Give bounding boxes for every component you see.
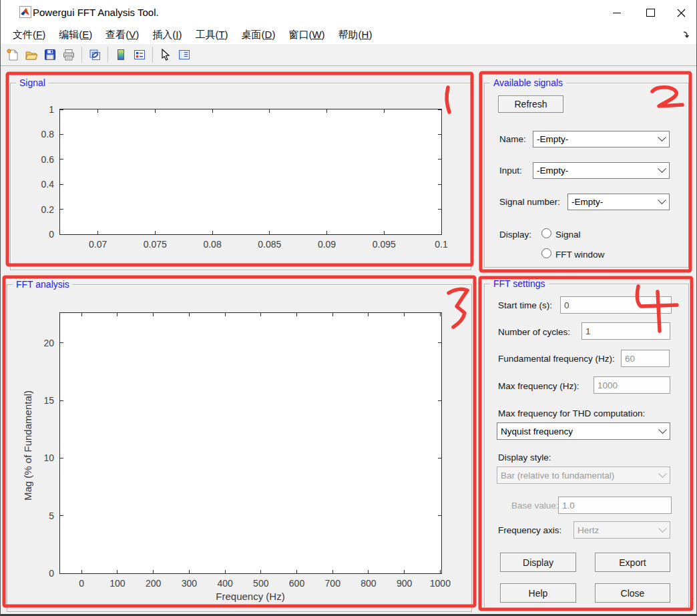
toolbar-separator: [81, 47, 82, 63]
max-frequency-field[interactable]: 1000: [594, 376, 670, 394]
menu-tools[interactable]: 工具(T): [188, 27, 234, 43]
fft-window-radio-label: FFT window: [555, 250, 604, 260]
axis-tick-label: 0.2: [41, 204, 57, 215]
axis-tick: [60, 515, 63, 516]
fft-xaxis-label: Frequency (Hz): [216, 591, 284, 602]
axis-tick-label: 0.075: [144, 239, 167, 250]
signal-plot: 0.070.0750.080.0850.090.0950.100.20.40.6…: [59, 109, 442, 235]
menu-edit[interactable]: 编辑(E): [52, 27, 99, 43]
signal-radio[interactable]: [541, 228, 551, 238]
menu-help[interactable]: 帮助(H): [332, 27, 379, 43]
display-style-dropdown: Bar (relative to fundamental): [497, 467, 670, 484]
axis-tick: [97, 109, 98, 113]
axis-tick: [60, 109, 63, 110]
axis-tick-label: 5: [49, 511, 57, 521]
axis-tick-label: 0.1: [435, 239, 447, 250]
axis-tick: [269, 109, 270, 113]
axis-tick: [60, 573, 63, 574]
window-title: Powergui FFT Analysis Tool.: [33, 7, 159, 18]
axis-tick: [440, 313, 441, 316]
toolbar-separator: [152, 47, 153, 63]
axis-tick-label: 0: [49, 229, 57, 240]
minimize-icon: [613, 13, 621, 13]
maximize-icon: [646, 9, 655, 17]
display-style-label: Display style:: [498, 452, 551, 463]
help-button[interactable]: Help: [500, 583, 576, 603]
thd-max-frequency-dropdown[interactable]: Nyquist frequency: [497, 422, 670, 440]
refresh-button[interactable]: Refresh: [498, 95, 563, 113]
display-button[interactable]: Display: [500, 553, 576, 572]
dock-arrow-icon[interactable]: [682, 29, 691, 39]
fft-settings-title: FFT settings: [490, 278, 549, 289]
axis-tick: [296, 313, 297, 316]
menu-desktop[interactable]: 桌面(D): [235, 27, 282, 43]
axis-tick: [269, 231, 270, 234]
edit-plot-icon[interactable]: [158, 47, 174, 63]
axis-tick: [438, 342, 441, 343]
input-label: Input:: [499, 166, 522, 176]
axis-tick: [368, 570, 369, 573]
save-icon[interactable]: [42, 47, 58, 63]
axis-tick: [332, 313, 333, 316]
close-button-panel[interactable]: Close: [595, 583, 670, 603]
axis-tick: [438, 234, 441, 235]
axis-tick: [404, 313, 405, 316]
start-time-field[interactable]: 0: [560, 296, 672, 314]
axis-tick: [326, 231, 327, 234]
axis-tick-label: 15: [43, 395, 57, 406]
close-button[interactable]: [666, 0, 696, 25]
fft-analysis-title: FFT analysis: [13, 279, 73, 290]
axis-tick-label: 800: [361, 578, 376, 589]
signal-number-label: Signal number:: [499, 197, 560, 207]
link-plot-icon[interactable]: [87, 47, 103, 63]
axis-tick-label: 1000: [430, 578, 451, 589]
axis-tick-label: 0.095: [373, 239, 396, 250]
new-file-icon[interactable]: [5, 47, 21, 63]
axis-tick: [438, 184, 441, 185]
axis-tick: [212, 231, 213, 234]
menu-view[interactable]: 查看(V): [99, 27, 146, 43]
chevron-down-icon: [655, 194, 669, 210]
axis-tick: [60, 400, 63, 401]
axis-tick: [60, 159, 63, 160]
base-value-field: 1.0: [558, 497, 672, 514]
signal-number-dropdown[interactable]: -Empty-: [567, 194, 670, 210]
axis-tick: [326, 109, 327, 113]
fundamental-frequency-label: Fundamental frequency (Hz):: [498, 354, 615, 364]
axis-tick: [438, 209, 441, 210]
axis-tick: [81, 570, 82, 573]
axis-tick: [117, 313, 118, 316]
axis-tick-label: 0: [79, 578, 84, 589]
maximize-button[interactable]: [635, 0, 666, 25]
axis-tick: [332, 570, 333, 573]
open-file-icon[interactable]: [23, 47, 39, 63]
fundamental-frequency-field[interactable]: 60: [621, 350, 670, 367]
export-button[interactable]: Export: [595, 553, 670, 572]
insert-legend-icon[interactable]: [132, 47, 148, 63]
axis-tick-label: 0.09: [318, 239, 336, 250]
axis-tick-label: 1: [49, 104, 57, 115]
menu-file[interactable]: 文件(F): [6, 27, 52, 43]
menu-window[interactable]: 窗口(W): [282, 27, 331, 43]
property-editor-icon[interactable]: [176, 47, 192, 63]
input-dropdown[interactable]: -Empty-: [533, 162, 670, 179]
chevron-down-icon: [656, 522, 670, 538]
base-value-label: Base value:: [511, 501, 559, 511]
toolbar-separator: [107, 47, 108, 63]
cycles-field[interactable]: 1: [582, 322, 670, 340]
menu-insert[interactable]: 插入(I): [146, 27, 188, 43]
name-label: Name:: [499, 134, 526, 144]
insert-colorbar-icon[interactable]: [113, 47, 129, 63]
axis-tick-label: 900: [397, 578, 412, 589]
axis-tick-label: 0.4: [41, 179, 57, 190]
name-dropdown[interactable]: -Empty-: [533, 131, 670, 147]
print-icon[interactable]: [61, 47, 77, 63]
fft-window-radio[interactable]: [541, 248, 551, 258]
axis-tick-label: 20: [43, 338, 57, 348]
chevron-down-icon: [656, 467, 670, 483]
display-label: Display:: [499, 230, 531, 240]
axis-tick: [368, 313, 369, 316]
axis-tick: [260, 570, 261, 573]
minimize-button[interactable]: [602, 0, 632, 25]
axis-tick: [60, 134, 63, 135]
